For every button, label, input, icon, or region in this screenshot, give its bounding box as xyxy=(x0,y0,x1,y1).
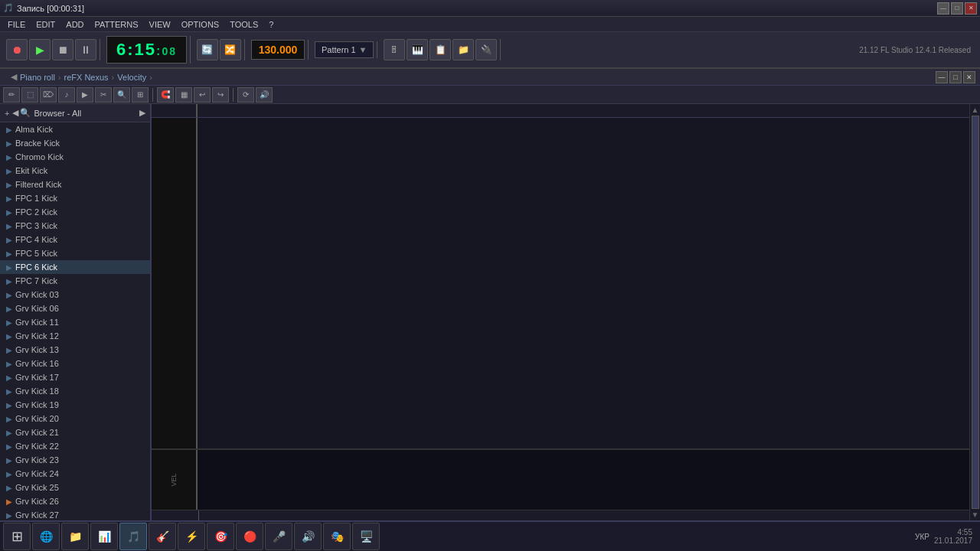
sound-btn[interactable]: 🔊 xyxy=(256,87,273,103)
menu-help[interactable]: ? xyxy=(264,18,278,31)
app-btn-6[interactable]: 🎤 xyxy=(265,523,292,550)
explorer-btn[interactable]: 📁 xyxy=(61,523,89,550)
snap-btn[interactable]: 🧲 xyxy=(157,87,174,103)
sidebar-item[interactable]: ▶Grv Kick 17 xyxy=(0,370,150,384)
maximize-btn[interactable]: □ xyxy=(951,2,963,15)
sidebar-item[interactable]: ▶Grv Kick 24 xyxy=(0,467,150,481)
piano-btn[interactable]: 🎹 xyxy=(407,39,428,60)
mixer-btn[interactable]: 🎚 xyxy=(384,39,405,60)
sidebar-nav-right[interactable]: ▶ xyxy=(139,108,145,118)
detuner-btn[interactable]: ♪ xyxy=(58,87,75,103)
breadcrumb-velocity[interactable]: Velocity xyxy=(117,73,146,82)
pr-close-btn[interactable]: ✕ xyxy=(963,71,975,83)
undo-btn[interactable]: ↩ xyxy=(194,87,211,103)
velocity-bars[interactable] xyxy=(198,450,969,510)
draw-tool-btn[interactable]: ✏ xyxy=(3,87,20,103)
sidebar-item[interactable]: ▶Grv Kick 18 xyxy=(0,384,150,398)
sidebar-item[interactable]: ▶Grv Kick 12 xyxy=(0,329,150,343)
loop-mode-btn[interactable]: ⟳ xyxy=(237,87,254,103)
select-tool-btn[interactable]: ⬚ xyxy=(21,87,38,103)
pattern-display[interactable]: Pattern 1 ▼ xyxy=(315,41,374,58)
sidebar-item[interactable]: ▶FPC 7 Kick xyxy=(0,274,150,288)
sidebar-item[interactable]: ▶Grv Kick 19 xyxy=(0,398,150,412)
app-btn-5[interactable]: 🔴 xyxy=(236,523,263,550)
grid-btn[interactable]: ⊞ xyxy=(132,87,149,103)
sidebar-item[interactable]: ▶Grv Kick 03 xyxy=(0,288,150,302)
sidebar-item[interactable]: ▶FPC 3 Kick xyxy=(0,219,150,233)
note-grid-container[interactable] xyxy=(198,118,969,448)
sidebar-item[interactable]: ▶Grv Kick 27 xyxy=(0,508,150,520)
bpm-display[interactable]: 130.000 xyxy=(251,40,305,60)
sidebar-item[interactable]: ▶Grv Kick 16 xyxy=(0,357,150,370)
vscroll-down-btn[interactable]: ▼ xyxy=(972,510,979,519)
sidebar-item[interactable]: ▶Grv Kick 22 xyxy=(0,439,150,453)
redo-btn[interactable]: ↪ xyxy=(212,87,229,103)
browser-btn[interactable]: 📁 xyxy=(452,39,474,60)
sidebar-item[interactable]: ▶Grv Kick 23 xyxy=(0,453,150,467)
app-btn-7[interactable]: 🔊 xyxy=(294,523,322,550)
breadcrumb-nav-btn[interactable]: ◀ xyxy=(11,72,17,82)
scissors-btn[interactable]: ✂ xyxy=(95,87,112,103)
hscroll-bar[interactable] xyxy=(199,510,969,520)
zoom-btn[interactable]: 🔍 xyxy=(113,87,130,103)
play-btn[interactable]: ▶ xyxy=(29,39,51,60)
app-btn-2[interactable]: 🎸 xyxy=(149,523,176,550)
menu-add[interactable]: ADD xyxy=(61,18,88,31)
app-btn-1[interactable]: 📊 xyxy=(90,523,118,550)
menu-tools[interactable]: TOOLS xyxy=(225,18,263,31)
vscroll-thumb[interactable] xyxy=(972,116,979,509)
ie-btn[interactable]: 🌐 xyxy=(32,523,60,550)
vscroll-up-btn[interactable]: ▲ xyxy=(972,106,979,114)
sidebar-item[interactable]: ▶Grv Kick 11 xyxy=(0,315,150,329)
sidebar-item[interactable]: ▶Filtered Kick xyxy=(0,178,150,191)
menu-view[interactable]: VIEW xyxy=(145,18,175,31)
app-btn-3[interactable]: ⚡ xyxy=(178,523,205,550)
pr-minimize-btn[interactable]: — xyxy=(936,71,948,83)
quantize-btn[interactable]: ▦ xyxy=(175,87,192,103)
sidebar-item[interactable]: ▶Ekit Kick xyxy=(0,164,150,178)
breadcrumb-plugin[interactable]: reFX Nexus xyxy=(64,73,109,82)
sidebar-item[interactable]: ▶Grv Kick 21 xyxy=(0,425,150,439)
minimize-btn[interactable]: — xyxy=(937,2,949,15)
record-btn[interactable]: ⏺ xyxy=(6,39,28,60)
keys-canvas[interactable] xyxy=(152,118,198,448)
sidebar-item[interactable]: ▶FPC 5 Kick xyxy=(0,246,150,260)
pause-btn[interactable]: ⏸ xyxy=(75,39,96,60)
menu-options[interactable]: OPTIONS xyxy=(177,18,224,31)
shuffle-btn[interactable]: 🔀 xyxy=(220,39,241,60)
stop-btn[interactable]: ⏹ xyxy=(52,39,74,60)
sidebar-item[interactable]: ▶FPC 2 Kick xyxy=(0,205,150,219)
velocity-canvas[interactable] xyxy=(198,450,969,510)
sidebar-item[interactable]: ▶Chromo Kick xyxy=(0,150,150,164)
plugin-btn[interactable]: 🔌 xyxy=(475,39,497,60)
breadcrumb-piano-roll[interactable]: Piano roll xyxy=(20,73,55,82)
close-btn[interactable]: ✕ xyxy=(965,2,977,15)
sidebar-search-icon[interactable]: 🔍 xyxy=(20,108,31,118)
erase-tool-btn[interactable]: ⌦ xyxy=(40,87,57,103)
app-btn-9[interactable]: 🖥️ xyxy=(352,523,380,550)
loop-btn[interactable]: 🔄 xyxy=(197,39,218,60)
sidebar-item[interactable]: ▶Grv Kick 06 xyxy=(0,302,150,315)
sidebar-item[interactable]: ▶FPC 4 Kick xyxy=(0,233,150,246)
sidebar-item[interactable]: ▶Grv Kick 13 xyxy=(0,343,150,357)
pr-maximize-btn[interactable]: □ xyxy=(949,71,962,83)
menu-edit[interactable]: EDIT xyxy=(31,18,60,31)
playlist-btn[interactable]: 📋 xyxy=(430,39,451,60)
sidebar-item[interactable]: ▶Bracke Kick xyxy=(0,136,150,150)
sidebar-item[interactable]: ▶FPC 1 Kick xyxy=(0,191,150,205)
sidebar-item[interactable]: ▶Grv Kick 26 xyxy=(0,494,150,508)
sidebar-nav-left[interactable]: ◀ xyxy=(12,108,18,118)
menu-patterns[interactable]: PATTERNS xyxy=(90,18,143,31)
sidebar-item[interactable]: ▶Grv Kick 20 xyxy=(0,412,150,425)
sidebar-item[interactable]: ▶Alma Kick xyxy=(0,122,150,136)
fl-studio-btn[interactable]: 🎵 xyxy=(119,523,147,550)
menu-file[interactable]: FILE xyxy=(3,18,30,31)
grid-canvas[interactable] xyxy=(198,118,969,448)
app-btn-8[interactable]: 🎭 xyxy=(323,523,351,550)
start-btn[interactable]: ⊞ xyxy=(3,523,31,550)
vscroll[interactable]: ▲ ▼ xyxy=(969,104,980,520)
sidebar-add-btn[interactable]: + xyxy=(5,109,9,118)
app-btn-4[interactable]: 🎯 xyxy=(207,523,234,550)
playback-btn[interactable]: ▶ xyxy=(77,87,93,103)
sidebar-item[interactable]: ▶Grv Kick 25 xyxy=(0,481,150,494)
